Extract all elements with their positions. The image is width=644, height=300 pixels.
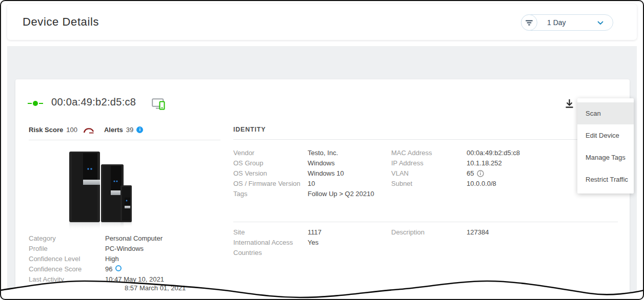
filter-icon: [525, 19, 533, 26]
device-details-page: Device Details 1 Day 00:0a:49:b2:d5:c8: [0, 0, 644, 300]
left-divider: [29, 140, 220, 140]
attribute-value: 96: [105, 265, 112, 273]
attribute-value: 10:47 May 10, 2021: [105, 275, 164, 283]
time-range-dropdown[interactable]: 1 Day: [521, 14, 613, 31]
identity-label: OS / Firmware Version: [233, 180, 308, 187]
identity-value: Windows 10: [308, 169, 344, 177]
page-title: Device Details: [23, 15, 99, 29]
attribute-row: Confidence Score 96: [29, 265, 122, 275]
attribute-value: 8:57 March 01, 2021: [125, 284, 186, 292]
vlan-info-icon[interactable]: [477, 170, 484, 177]
risk-alerts-row: Risk Score 100 Alerts 39 i: [29, 126, 143, 134]
filter-button[interactable]: [521, 14, 537, 31]
time-range-value: 1 Day: [547, 18, 566, 27]
attribute-value: Personal Computer: [105, 234, 163, 242]
chevron-down-icon: [597, 21, 603, 25]
additional-row: Countries: [233, 249, 308, 259]
additional-row: Description 127384: [391, 228, 489, 239]
additional-value: 1117: [308, 228, 321, 236]
alerts-info-icon[interactable]: i: [136, 126, 143, 133]
device-image: [56, 147, 185, 232]
additional-label: Site: [233, 228, 308, 236]
identity-row: OS Version Windows 10: [233, 169, 344, 180]
download-icon[interactable]: [565, 99, 574, 109]
attribute-label: Category: [29, 234, 105, 242]
additional-value: Yes: [308, 239, 318, 246]
attribute-value: High: [105, 255, 119, 263]
risk-score-value: 100: [66, 126, 77, 134]
identity-value: Windows: [308, 159, 335, 167]
identity-value: Follow Up > Q2 20210: [308, 190, 374, 198]
additional-label: Description: [391, 228, 467, 236]
device-actions-menu: Scan Edit Device Manage Tags Restrict Tr…: [577, 98, 634, 194]
risk-score-label: Risk Score: [29, 126, 63, 134]
device-mac-title: 00:0a:49:b2:d5:c8: [51, 96, 136, 108]
identity-label: MAC Address: [391, 149, 467, 157]
identity-row: MAC Address 00:0a:49:b2:d5:c8: [391, 149, 520, 159]
attribute-label: Confidence Level: [29, 255, 105, 263]
identity-row: Tags Follow Up > Q2 20210: [233, 190, 374, 200]
risk-gauge-icon: [83, 126, 95, 134]
attribute-row: Confidence Level High: [29, 255, 119, 265]
identity-row: OS / Firmware Version 10: [233, 180, 315, 190]
identity-section-title: IDENTITY: [233, 126, 266, 133]
identity-row: Subnet 10.0.0.0/8: [391, 180, 496, 190]
attribute-row: Category Personal Computer: [29, 234, 163, 245]
menu-item-edit-device[interactable]: Edit Device: [577, 124, 634, 146]
identity-label: IP Address: [391, 159, 467, 167]
additional-value: 127384: [467, 228, 489, 236]
identity-label: VLAN: [391, 169, 467, 177]
attribute-label: Last Activity: [29, 275, 105, 283]
identity-row: IP Address 10.1.18.252: [391, 159, 502, 169]
additional-label: International Access: [233, 239, 308, 246]
status-online-icon: [28, 100, 43, 106]
additional-divider: [233, 222, 618, 222]
identity-divider: [233, 139, 618, 140]
attribute-label: Profile: [29, 245, 105, 252]
identity-value: 10.0.0.0/8: [467, 180, 496, 187]
identity-value: 10.1.18.252: [467, 159, 502, 167]
menu-item-manage-tags[interactable]: Manage Tags: [577, 146, 634, 168]
identity-row: VLAN 65: [391, 169, 484, 180]
identity-label: Tags: [233, 190, 308, 198]
attribute-value: PC-Windows: [105, 245, 144, 252]
menu-item-restrict-traffic[interactable]: Restrict Traffic: [577, 168, 634, 190]
identity-label: OS Version: [233, 169, 308, 177]
identity-value: 10: [308, 180, 315, 187]
attribute-row-clipped: 8:57 March 01, 2021: [125, 284, 186, 294]
identity-row: OS Group Windows: [233, 159, 335, 169]
identity-label: OS Group: [233, 159, 308, 167]
alerts-value: 39: [126, 126, 133, 134]
attribute-label: Confidence Score: [29, 265, 105, 273]
identity-value: 65: [467, 169, 474, 177]
additional-row: Site 1117: [233, 228, 321, 239]
additional-label: Countries: [233, 249, 308, 256]
page-header: Device Details 1 Day: [7, 4, 637, 40]
identity-value: Testo, Inc.: [308, 149, 338, 157]
attribute-row: Profile PC-Windows: [29, 245, 144, 255]
alerts-label: Alerts: [104, 126, 123, 134]
menu-item-scan[interactable]: Scan: [577, 102, 634, 124]
identity-label: Subnet: [391, 180, 467, 187]
identity-row: Vendor Testo, Inc.: [233, 149, 338, 159]
identity-label: Vendor: [233, 149, 308, 157]
confidence-ring-icon: [115, 265, 122, 271]
additional-row: International Access Yes: [233, 239, 318, 249]
monitor-device-icon: [152, 98, 166, 110]
identity-value: 00:0a:49:b2:d5:c8: [467, 149, 520, 157]
